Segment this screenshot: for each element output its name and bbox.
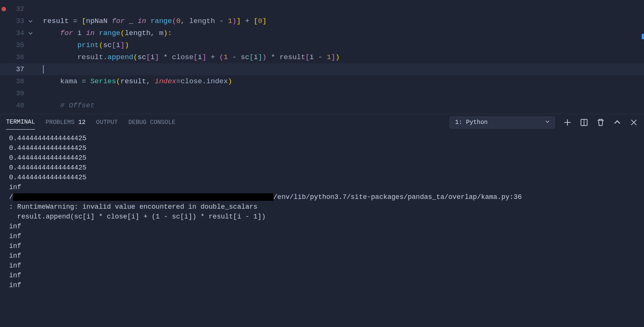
trash-icon[interactable] [596, 118, 605, 127]
code-content[interactable]: result.append(sc[i] * close[i] + (1 - sc… [41, 53, 644, 61]
tab-output[interactable]: OUTPUT [96, 115, 118, 130]
close-panel-icon[interactable] [630, 118, 638, 127]
breakpoint-gutter[interactable] [0, 7, 8, 11]
terminal-line: 0.44444444444444425 [9, 133, 635, 143]
terminal-line: inf [9, 231, 635, 241]
fold-gutter[interactable] [26, 31, 41, 36]
terminal-line: 0.44444444444444425 [9, 153, 635, 163]
redacted-path [13, 193, 273, 201]
problems-count-badge: 12 [78, 119, 86, 126]
terminal-line: inf [9, 222, 635, 231]
code-content[interactable]: kama = Series(result, index=close.index) [41, 77, 644, 86]
terminal-line: 0.44444444444444425 [9, 143, 635, 153]
line-number: 32 [8, 5, 26, 13]
new-terminal-icon[interactable] [563, 118, 572, 127]
code-content[interactable]: print(sc[i]) [41, 41, 644, 49]
line-number: 40 [8, 102, 26, 109]
code-line[interactable]: 39 [0, 87, 644, 99]
panel-tab-bar: TERMINAL PROBLEMS 12 OUTPUT DEBUG CONSOL… [0, 114, 644, 130]
terminal-line: inf [9, 251, 635, 261]
tab-problems-label: PROBLEMS [46, 119, 75, 126]
line-number: 33 [8, 17, 26, 25]
code-line[interactable]: 32 [0, 3, 644, 15]
maximize-panel-icon[interactable] [613, 118, 621, 127]
terminal-line: inf [9, 182, 635, 192]
chevron-down-icon [545, 119, 550, 126]
tab-problems[interactable]: PROBLEMS 12 [46, 115, 86, 130]
line-number: 36 [8, 53, 26, 61]
terminal-line: : RuntimeWarning: invalid value encounte… [9, 202, 635, 212]
terminal-line: inf [9, 261, 635, 270]
code-content[interactable] [41, 65, 644, 73]
code-content[interactable]: result = [npNaN for _ in range(0, length… [41, 17, 644, 25]
split-terminal-icon[interactable] [580, 118, 588, 127]
terminal-line: inf [9, 270, 635, 280]
code-line[interactable]: 35 print(sc[i]) [0, 39, 644, 51]
terminal-line: 0.44444444444444425 [9, 163, 635, 173]
tab-terminal[interactable]: TERMINAL [6, 115, 35, 130]
code-line[interactable]: 34 for i in range(length, m): [0, 27, 644, 39]
code-editor[interactable]: 3233result = [npNaN for _ in range(0, le… [0, 0, 644, 112]
line-number: 37 [8, 66, 26, 73]
line-number: 39 [8, 90, 26, 97]
minimap-marker [642, 34, 644, 39]
breakpoint-icon[interactable] [2, 7, 6, 11]
terminal-line: 0.44444444444444425 [9, 173, 635, 182]
terminal-line: result.append(sc[i] * close[i] + (1 - sc… [9, 212, 635, 222]
code-line[interactable]: 40 # Offset [0, 99, 644, 112]
terminal-line: inf [9, 241, 635, 251]
code-line[interactable]: 37 [0, 63, 644, 75]
cursor [43, 65, 44, 73]
code-content[interactable]: # Offset [41, 101, 644, 110]
code-line[interactable]: 36 result.append(sc[i] * close[i] + (1 -… [0, 51, 644, 63]
code-line[interactable]: 38 kama = Series(result, index=close.ind… [0, 75, 644, 87]
terminal-line: inf [9, 280, 635, 290]
code-content[interactable]: for i in range(length, m): [41, 29, 644, 37]
terminal-selector-label: 1: Python [455, 119, 488, 126]
terminal-selector[interactable]: 1: Python [449, 116, 555, 128]
line-number: 35 [8, 41, 26, 49]
tab-debug-console[interactable]: DEBUG CONSOLE [128, 115, 175, 130]
line-number: 34 [8, 29, 26, 37]
terminal-output[interactable]: 0.444444444444444250.444444444444444250.… [0, 130, 644, 327]
fold-gutter[interactable] [26, 18, 41, 24]
code-line[interactable]: 33result = [npNaN for _ in range(0, leng… [0, 15, 644, 27]
line-number: 38 [8, 78, 26, 85]
terminal-line: //env/lib/python3.7/site-packages/pandas… [9, 192, 635, 202]
